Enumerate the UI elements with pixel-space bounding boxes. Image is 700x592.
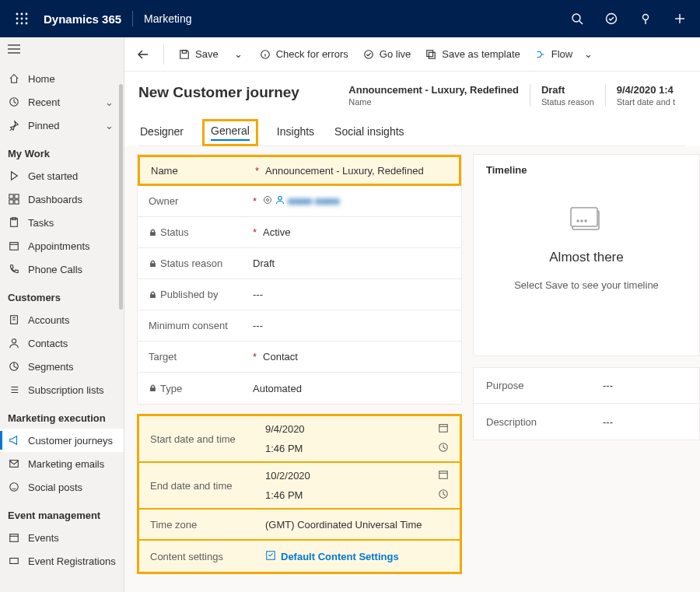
lock-icon: 🔒︎ <box>149 228 157 237</box>
go-live-button[interactable]: Go live <box>362 37 411 71</box>
lock-icon: 🔒︎ <box>149 259 157 268</box>
field-start-date[interactable]: Start date and time 9/4/2020 1:46 PM <box>139 416 460 463</box>
field-status-reason[interactable]: 🔒︎Status reason Draft <box>138 248 461 279</box>
svg-rect-54 <box>439 471 448 479</box>
svg-point-49 <box>267 199 269 201</box>
svg-rect-21 <box>15 194 19 198</box>
svg-rect-26 <box>10 243 19 250</box>
sidebar-marketing-emails[interactable]: Marketing emails <box>0 452 124 475</box>
field-target[interactable]: Target * Contact <box>138 342 461 373</box>
sidebar-segments[interactable]: Segments <box>0 355 124 378</box>
svg-point-48 <box>264 197 271 204</box>
svg-point-9 <box>572 14 580 22</box>
svg-point-62 <box>585 220 586 222</box>
calendar-icon <box>8 532 20 543</box>
content-area: Name * Announcement - Luxury, Redefined … <box>124 146 700 592</box>
sidebar-recent[interactable]: Recent⌄ <box>0 90 124 114</box>
svg-rect-38 <box>10 534 19 542</box>
add-icon[interactable] <box>663 0 697 37</box>
sidebar-tasks[interactable]: Tasks <box>0 211 124 234</box>
save-as-template-button[interactable]: Save as template <box>425 37 520 71</box>
chevron-down-icon: ⌄ <box>105 120 116 131</box>
sidebar-home[interactable]: Home <box>0 67 124 90</box>
svg-point-12 <box>643 15 649 20</box>
sidebar-social-posts[interactable]: Social posts <box>0 475 124 499</box>
person-icon <box>8 338 20 349</box>
task-icon[interactable] <box>594 0 628 37</box>
home-icon <box>8 73 20 84</box>
svg-rect-59 <box>571 208 597 226</box>
sidebar-pinned[interactable]: Pinned⌄ <box>0 114 124 137</box>
required-icon: * <box>253 351 257 363</box>
tab-designer[interactable]: Designer <box>138 121 185 145</box>
calendar-icon[interactable] <box>438 469 449 482</box>
svg-rect-36 <box>10 461 19 468</box>
svg-point-60 <box>577 220 579 222</box>
save-button[interactable]: Save <box>178 37 219 71</box>
save-dropdown[interactable]: ⌄ <box>233 37 245 71</box>
tab-general[interactable]: General <box>202 119 258 146</box>
clock-icon[interactable] <box>438 489 449 502</box>
sidebar-appointments[interactable]: Appointments <box>0 234 124 257</box>
svg-point-11 <box>607 14 617 24</box>
sidebar-phone-calls[interactable]: Phone Calls <box>0 257 124 281</box>
svg-rect-47 <box>429 52 436 58</box>
field-purpose[interactable]: Purpose --- <box>474 368 699 404</box>
global-topbar: Dynamics 365 Marketing <box>0 0 700 37</box>
flow-button[interactable]: Flow⌄ <box>534 37 594 71</box>
flow-icon <box>534 48 547 61</box>
sidebar-group-customers: Customers <box>0 281 124 308</box>
sidebar-dashboards[interactable]: Dashboards <box>0 187 124 211</box>
tab-insights[interactable]: Insights <box>275 121 316 145</box>
brand-area[interactable]: Marketing <box>144 12 191 25</box>
search-icon[interactable] <box>560 0 594 37</box>
lock-icon: 🔒︎ <box>149 290 157 300</box>
field-end-date[interactable]: End date and time 10/2/2020 1:46 PM <box>139 463 460 510</box>
check-errors-button[interactable]: Check for errors <box>259 37 348 71</box>
target-icon <box>263 195 272 207</box>
svg-line-10 <box>579 21 583 24</box>
chevron-down-icon: ⌄ <box>105 96 116 108</box>
field-type[interactable]: 🔒︎Type Automated <box>138 373 461 404</box>
svg-rect-20 <box>9 194 13 198</box>
sidebar-get-started[interactable]: Get started <box>0 164 124 187</box>
sidebar-event-registrations[interactable]: Event Registrations <box>0 549 124 573</box>
sidebar-hamburger[interactable] <box>0 37 124 61</box>
sidebar-contacts[interactable]: Contacts <box>0 331 124 355</box>
field-owner[interactable]: Owner * ■■■■ ■■■■ <box>138 186 461 217</box>
dashboard-icon <box>8 194 20 205</box>
field-name[interactable]: Name * Announcement - Luxury, Redefined <box>138 155 461 186</box>
lock-icon: 🔒︎ <box>149 384 157 393</box>
timeline-card: Timeline Almost there Select Save to see… <box>473 154 700 356</box>
clock-icon <box>8 96 20 107</box>
folder-icon <box>570 207 603 236</box>
chevron-down-icon: ⌄ <box>582 48 594 61</box>
svg-point-3 <box>16 18 19 20</box>
svg-point-2 <box>26 13 28 16</box>
field-min-consent[interactable]: Minimum consent --- <box>138 310 461 342</box>
ticket-icon <box>8 555 20 566</box>
sidebar-events[interactable]: Events <box>0 526 124 549</box>
main-content: Save ⌄ Check for errors Go live Save as … <box>124 37 700 592</box>
svg-rect-23 <box>15 200 19 204</box>
sidebar-scrollbar[interactable] <box>119 84 123 310</box>
app-launcher-icon[interactable] <box>3 12 40 25</box>
clock-icon[interactable] <box>438 442 449 455</box>
sidebar-subscription-lists[interactable]: Subscription lists <box>0 378 124 401</box>
sidebar-group-marketing: Marketing execution <box>0 401 124 429</box>
field-published-by[interactable]: 🔒︎Published by --- <box>138 279 461 310</box>
phone-icon <box>8 264 20 275</box>
field-status[interactable]: 🔒︎Status * Active <box>138 217 461 248</box>
svg-point-4 <box>21 18 23 20</box>
page-title: New Customer journey <box>138 84 299 101</box>
field-content-settings[interactable]: Content settings Default Content Setting… <box>139 541 460 572</box>
field-description[interactable]: Description --- <box>474 404 699 440</box>
sidebar-accounts[interactable]: Accounts <box>0 308 124 331</box>
brand-name: Dynamics 365 <box>44 12 121 26</box>
sidebar-customer-journeys[interactable]: Customer journeys <box>0 429 124 452</box>
calendar-icon[interactable] <box>438 422 449 436</box>
field-timezone[interactable]: Time zone (GMT) Coordinated Universal Ti… <box>139 510 460 541</box>
help-icon[interactable] <box>628 0 663 37</box>
tab-social-insights[interactable]: Social insights <box>333 121 406 145</box>
back-button[interactable] <box>137 37 149 71</box>
